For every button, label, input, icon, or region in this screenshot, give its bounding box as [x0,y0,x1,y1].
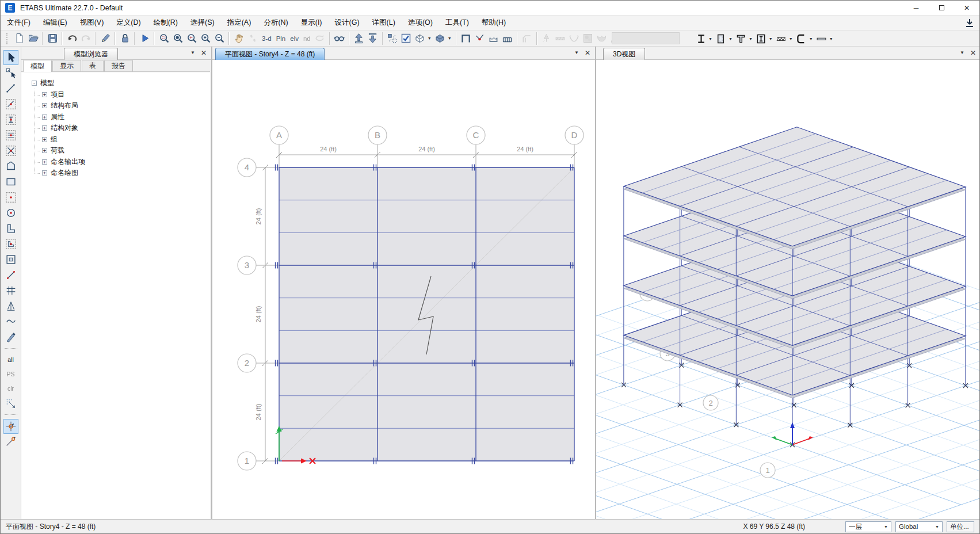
elevation-view-button[interactable]: elv [288,35,301,42]
select-all-icon[interactable] [399,32,413,45]
tree-expander-icon[interactable]: + [42,137,47,142]
tree-item-structural-objects[interactable]: +结构对象 [21,123,210,134]
draw-reference-grid-icon[interactable] [3,283,18,298]
menu-detailing[interactable]: 详图(L) [366,16,402,30]
draw-link-icon[interactable] [3,268,18,283]
quick-draw-area-icon[interactable] [3,190,18,205]
tree-expander-icon[interactable]: + [42,92,47,97]
menu-options[interactable]: 选项(O) [402,16,439,30]
edit-pen-icon[interactable] [98,32,112,45]
move-up-in-list-icon[interactable] [352,32,366,45]
move-down-in-list-icon[interactable] [366,32,380,45]
save-icon[interactable] [45,32,59,45]
draw-wall-icon[interactable] [3,221,18,236]
menu-file[interactable]: 文件(F) [1,16,37,30]
tree-item-named-plots[interactable]: +命名绘图 [21,167,210,179]
model-browser-tab[interactable]: 模型浏览器 [64,48,118,60]
units-button[interactable]: 单位... [947,521,974,532]
menu-help[interactable]: 帮助(H) [475,16,512,30]
rectangular-section-icon[interactable] [714,32,728,45]
panel-close-icon[interactable]: ✕ [201,49,207,56]
quick-draw-secondary-beams-icon[interactable] [3,128,18,143]
draw-wall-opening-icon[interactable] [3,252,18,267]
i-section-icon[interactable] [694,32,708,45]
get-previous-selection-icon[interactable] [386,32,399,45]
box-section-icon[interactable] [754,32,768,45]
tree-expander-icon[interactable]: + [42,159,47,165]
undo-icon[interactable] [65,32,79,45]
quick-draw-frame-icon[interactable] [3,97,18,112]
three-d-view-canvas[interactable]: 4321 [596,60,980,519]
deselect-icon[interactable] [3,396,18,411]
draw-dimension-line-icon[interactable] [3,299,18,314]
tree-item-groups[interactable]: +组 [21,134,210,146]
snap-to-ends-icon[interactable] [3,434,18,449]
walk-through-icon[interactable] [246,32,260,45]
previous-zoom-icon[interactable] [185,32,199,45]
plan-view-tab[interactable]: 平面视图 - Story4 - Z = 48 (ft) [215,48,325,60]
zoom-out-icon[interactable] [212,32,226,45]
design-strip-icon[interactable] [554,32,567,45]
select-all-objects-button[interactable]: all [7,352,14,367]
new-model-icon[interactable] [12,32,26,45]
previous-selection-button[interactable]: PS [6,367,14,381]
story-selector[interactable]: 一层▼ [845,521,891,532]
clear-selection-button[interactable]: clr [7,381,14,395]
chevron-down-icon[interactable]: ▼ [809,37,813,41]
chevron-down-icon[interactable]: ▼ [789,37,793,41]
maximize-button[interactable] [929,1,954,15]
draw-curved-frame-icon[interactable] [3,314,18,329]
menu-display[interactable]: 显示(I) [295,16,329,30]
tree-item-structure-layout[interactable]: +结构布局 [21,100,210,112]
toolbar-grip[interactable] [6,33,9,44]
set-display-options-icon[interactable] [333,32,346,45]
close-button[interactable]: ✕ [954,1,979,15]
textured-area-icon[interactable] [581,32,595,45]
tree-expander-icon[interactable]: + [42,103,47,108]
draw-bent-icon[interactable] [520,32,534,45]
tree-item-named-output-items[interactable]: +命名输出项 [21,157,210,168]
chevron-down-icon[interactable]: ▼ [708,37,712,41]
menu-define[interactable]: 定义(D) [110,16,147,30]
panel-menu-icon[interactable]: ▼ [574,51,579,55]
menu-edit[interactable]: 编辑(E) [37,16,74,30]
restore-full-view-icon[interactable] [171,32,185,45]
chevron-down-icon[interactable]: ▼ [829,37,833,41]
draw-polygon-area-icon[interactable] [3,159,18,174]
snap-to-intersections-icon[interactable] [3,419,18,434]
draw-deck-icon[interactable] [487,32,501,45]
download-icon[interactable] [964,17,975,29]
named-display-button[interactable]: nd [301,35,313,42]
slab-section-icon[interactable] [815,32,829,45]
quick-draw-braces-icon[interactable] [3,143,18,158]
tree-expander-icon[interactable]: + [42,115,47,120]
tendon-icon[interactable] [567,32,581,45]
redo-icon[interactable] [79,32,93,45]
tree-item-project[interactable]: +项目 [21,89,210,101]
quick-draw-area-around-point-icon[interactable] [3,205,18,220]
zoom-in-icon[interactable] [199,32,212,45]
lock-model-icon[interactable] [118,32,132,45]
coordinate-system-selector[interactable]: Global▼ [895,521,943,532]
draw-frame-object-icon[interactable] [3,81,18,96]
draw-rectangular-area-icon[interactable] [3,174,18,189]
three-d-view-tab[interactable]: 3D视图 [603,48,645,60]
rotate-3d-view-icon[interactable] [313,32,327,45]
panel-menu-icon[interactable]: ▼ [960,51,964,55]
draw-section-cut-icon[interactable] [3,330,18,345]
t-section-icon[interactable] [734,32,748,45]
rubber-band-zoom-icon[interactable] [157,32,171,45]
panel-menu-icon[interactable]: ▼ [190,51,195,55]
open-file-icon[interactable] [26,32,40,45]
tab-reports[interactable]: 报告 [104,60,133,71]
run-analysis-icon[interactable] [138,32,151,45]
tree-item-properties[interactable]: +属性 [21,112,210,123]
plan-view-canvas[interactable]: A24 (ft)B24 (ft)C24 (ft)D424 (ft)324 (ft… [212,60,595,519]
chevron-down-icon[interactable]: ▼ [428,36,432,40]
chevron-down-icon[interactable]: ▼ [769,37,773,41]
menu-analyze[interactable]: 分析(N) [257,16,294,30]
object-shrink-toggle-icon[interactable] [413,32,427,45]
tab-tables[interactable]: 表 [82,60,104,71]
plan-view-button[interactable]: Pln [274,35,288,42]
menu-select[interactable]: 选择(S) [184,16,221,30]
